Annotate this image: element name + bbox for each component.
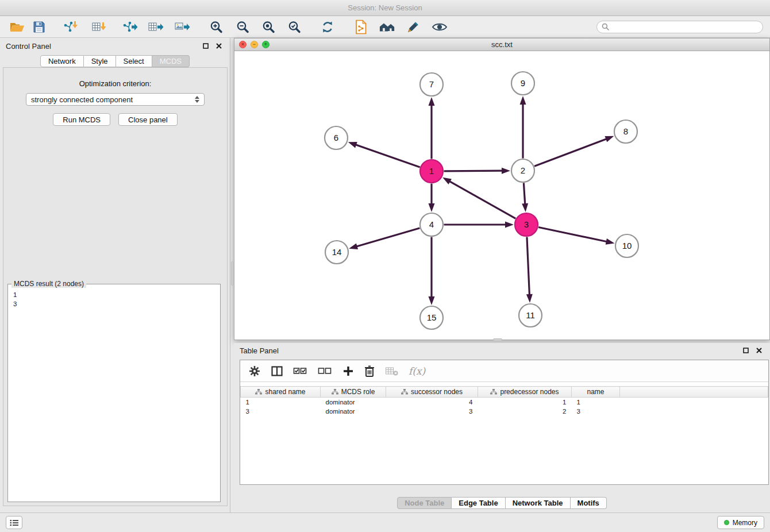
search-icon [602, 23, 609, 30]
control-panel-header: Control Panel [0, 38, 230, 54]
column-header-mcds-role[interactable]: MCDS role [321, 387, 386, 398]
column-header-name[interactable]: name [572, 387, 620, 398]
edge[interactable] [523, 183, 525, 205]
edge-arrowhead [606, 238, 615, 245]
mcds-result-list: 13 [8, 284, 220, 309]
minimize-window-button[interactable]: − [251, 41, 258, 48]
edge-arrowhead [520, 96, 526, 105]
table-panel-title: Table Panel [240, 346, 279, 355]
column-header-predecessor-nodes[interactable]: predecessor nodes [478, 387, 572, 398]
zoom-in-button[interactable] [208, 18, 224, 36]
zoom-selected-icon [287, 20, 301, 34]
deselect-all-button[interactable] [318, 363, 333, 380]
network-file-button[interactable] [353, 18, 369, 36]
show-column-button[interactable] [271, 363, 283, 380]
open-file-button[interactable] [9, 18, 25, 36]
export-network-button[interactable] [122, 18, 138, 36]
import-table-button[interactable] [91, 18, 107, 36]
tab-mcds[interactable]: MCDS [152, 55, 190, 67]
delete-table-button[interactable] [385, 363, 399, 380]
graph-node[interactable]: 8 [614, 120, 637, 143]
plus-icon [342, 365, 354, 377]
optimization-criterion-label: Optimization criterion: [3, 79, 227, 88]
graph-node[interactable]: 3 [515, 213, 538, 236]
edge-arrowhead [429, 203, 435, 212]
zoom-fit-button[interactable] [260, 18, 276, 36]
edge-arrowhead [348, 142, 357, 148]
close-panel-push-button[interactable]: Close panel [118, 113, 178, 126]
graph-node[interactable]: 7 [420, 73, 443, 96]
show-hide-button[interactable] [432, 18, 448, 36]
window-controls: × − + [239, 41, 270, 48]
edge[interactable] [538, 227, 607, 241]
edge-arrowhead [429, 296, 435, 305]
tab-select[interactable]: Select [116, 55, 152, 67]
edge-arrowhead [522, 203, 528, 212]
apply-style-button[interactable] [405, 18, 421, 36]
ui-settings-button[interactable] [6, 516, 22, 529]
graph-node[interactable]: 10 [615, 234, 638, 257]
column-header-successor-nodes[interactable]: successor nodes [386, 387, 478, 398]
tab-network[interactable]: Network [40, 55, 84, 67]
tab-motifs[interactable]: Motifs [571, 497, 607, 509]
zoom-window-button[interactable]: + [262, 41, 270, 48]
import-network-icon [63, 20, 78, 34]
memory-button[interactable]: Memory [717, 516, 764, 529]
edge-arrowhead [429, 97, 435, 106]
edge[interactable] [444, 171, 503, 171]
network-svg: 1234678910111415 [234, 51, 769, 340]
tab-network-table[interactable]: Network Table [506, 497, 571, 509]
vertical-splitter-handle[interactable] [231, 261, 233, 286]
table-settings-button[interactable] [248, 363, 261, 380]
graph-node[interactable]: 1 [420, 160, 443, 183]
export-table-button[interactable] [148, 18, 164, 36]
export-image-icon [174, 20, 190, 34]
tab-style[interactable]: Style [84, 55, 116, 67]
refresh-button[interactable] [319, 18, 336, 36]
table-row[interactable]: 3dominator323 [241, 407, 768, 416]
graph-node[interactable]: 9 [511, 72, 534, 95]
horizontal-splitter-handle[interactable] [493, 338, 502, 341]
tab-node-table[interactable]: Node Table [397, 497, 452, 509]
zoom-selected-button[interactable] [286, 18, 302, 36]
zoom-out-button[interactable] [234, 18, 251, 36]
mcds-panel: Optimization criterion: strongly connect… [3, 67, 228, 506]
node-table-body: 1dominator4113dominator323 [241, 398, 768, 416]
home-button[interactable] [379, 18, 395, 36]
create-column-button[interactable] [342, 363, 354, 380]
graph-node[interactable]: 6 [325, 126, 348, 149]
close-table-panel-button[interactable] [754, 345, 764, 356]
delete-table-icon [385, 365, 399, 377]
export-image-button[interactable] [174, 18, 190, 36]
float-table-panel-button[interactable] [741, 345, 751, 356]
tab-edge-table[interactable]: Edge Table [452, 497, 505, 509]
run-mcds-button[interactable]: Run MCDS [53, 113, 110, 126]
edge[interactable] [356, 228, 420, 246]
graph-node[interactable]: 2 [511, 159, 534, 182]
import-network-button[interactable] [62, 18, 78, 36]
close-panel-button[interactable] [214, 41, 224, 51]
edge[interactable] [527, 237, 529, 295]
graph-node[interactable]: 14 [325, 241, 348, 264]
delete-column-button[interactable] [364, 363, 375, 380]
open-folder-icon [10, 21, 25, 33]
save-session-button[interactable] [31, 18, 47, 36]
graph-node[interactable]: 15 [420, 306, 443, 329]
graph-node[interactable]: 4 [420, 213, 443, 236]
table-row[interactable]: 1dominator411 [241, 398, 768, 407]
close-window-button[interactable]: × [239, 41, 247, 48]
edge[interactable] [449, 181, 515, 218]
search-input[interactable] [612, 23, 758, 31]
float-panel-button[interactable] [201, 41, 211, 51]
criterion-dropdown[interactable]: strongly connected component [26, 93, 205, 106]
edge[interactable] [355, 145, 420, 167]
function-builder-button[interactable]: f(x) [409, 363, 425, 380]
graph-node[interactable]: 11 [519, 304, 542, 327]
search-box[interactable] [596, 21, 763, 33]
edge[interactable] [534, 138, 607, 166]
network-canvas[interactable]: 1234678910111415 [234, 51, 769, 340]
control-panel-tabs: Network Style Select MCDS [0, 55, 230, 67]
close-icon [216, 43, 222, 49]
column-header-shared-name[interactable]: shared name [241, 387, 321, 398]
select-all-button[interactable] [293, 363, 308, 380]
